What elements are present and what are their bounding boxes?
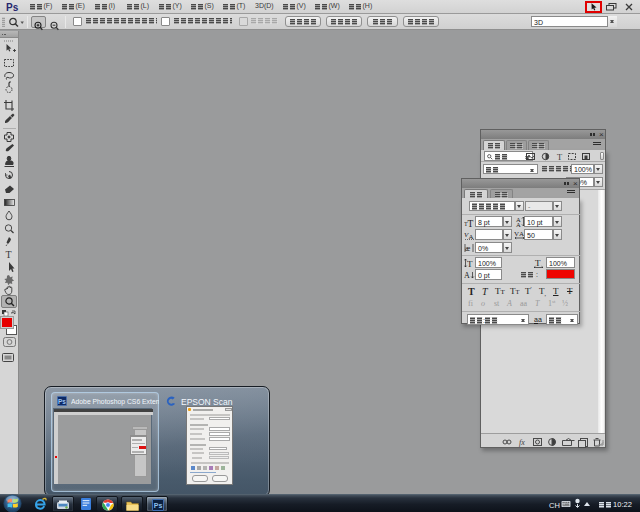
svg-text:T: T bbox=[535, 258, 541, 268]
svg-text:T: T bbox=[468, 219, 474, 228]
svg-text:A: A bbox=[469, 233, 474, 240]
svg-text:A: A bbox=[516, 221, 521, 227]
svg-text:æ: æ bbox=[465, 244, 471, 253]
svg-text:T: T bbox=[467, 259, 473, 268]
svg-text:fx: fx bbox=[519, 438, 525, 447]
svg-text:T: T bbox=[557, 152, 563, 161]
svg-text:T: T bbox=[6, 249, 12, 260]
svg-text:A: A bbox=[464, 271, 470, 280]
